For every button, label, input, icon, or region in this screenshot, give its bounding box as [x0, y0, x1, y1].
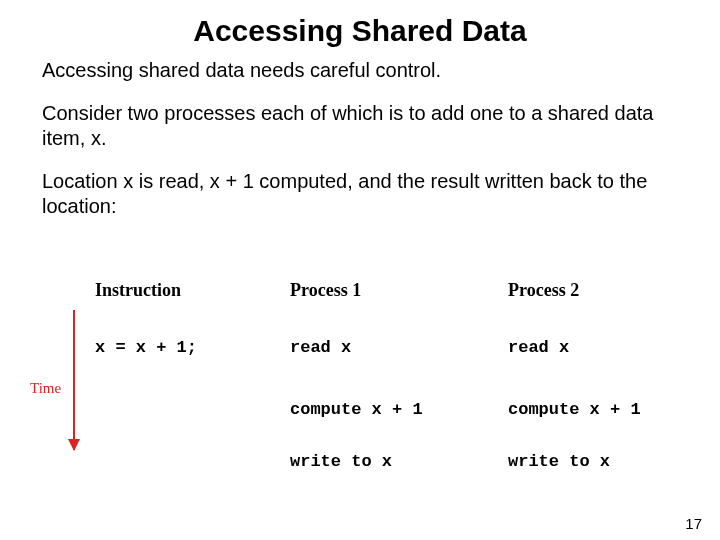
cell-instruction-1: x = x + 1; — [95, 338, 197, 357]
cell-p1-write: write to x — [290, 452, 392, 471]
slide-title: Accessing Shared Data — [0, 0, 720, 58]
header-process-2: Process 2 — [508, 280, 579, 301]
time-axis-label: Time — [30, 380, 61, 397]
cell-p1-compute: compute x + 1 — [290, 400, 423, 419]
cell-p2-write: write to x — [508, 452, 610, 471]
header-process-1: Process 1 — [290, 280, 361, 301]
time-arrow-icon — [73, 310, 75, 450]
cell-p2-read: read x — [508, 338, 569, 357]
header-instruction: Instruction — [95, 280, 181, 301]
race-condition-diagram: Time Instruction Process 1 Process 2 x =… — [30, 280, 690, 500]
paragraph-1: Accessing shared data needs careful cont… — [42, 58, 678, 83]
page-number: 17 — [685, 515, 702, 532]
paragraph-3: Location x is read, x + 1 computed, and … — [42, 169, 678, 219]
cell-p1-read: read x — [290, 338, 351, 357]
slide: Accessing Shared Data Accessing shared d… — [0, 0, 720, 540]
cell-p2-compute: compute x + 1 — [508, 400, 641, 419]
paragraph-2: Consider two processes each of which is … — [42, 101, 678, 151]
slide-body: Accessing shared data needs careful cont… — [0, 58, 720, 219]
